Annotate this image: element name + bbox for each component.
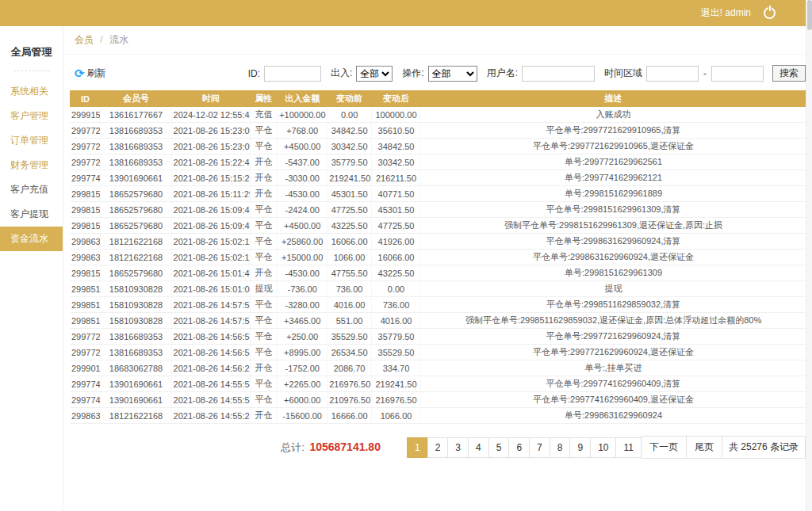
power-icon[interactable] bbox=[764, 7, 776, 19]
table-row: 299815186525796802021-08-26 15:01:49开仓-4… bbox=[70, 265, 806, 281]
table-row: 299815186525796802021-08-26 15:09:47平仓-2… bbox=[70, 202, 806, 218]
table-cell: 13816689353 bbox=[101, 345, 171, 360]
page-button[interactable]: 10 bbox=[590, 437, 616, 458]
table-cell: 43225.50 bbox=[327, 218, 372, 234]
table-cell: 13816689353 bbox=[101, 139, 171, 154]
table-row: 299772138166893532021-08-26 15:23:09平仓+7… bbox=[70, 123, 806, 139]
table-cell: 单号:2997741629962121 bbox=[421, 170, 806, 186]
toolbar: 刷新 ID: 出入: 全部 操作: 全部 用户名: 时间区域 - 搜索 bbox=[63, 55, 812, 90]
table-cell: 2021-08-26 15:23:09 bbox=[171, 139, 250, 154]
table-cell: 18652579680 bbox=[101, 218, 171, 234]
table-cell: 219241.50 bbox=[371, 376, 420, 392]
table-cell: 提现 bbox=[421, 281, 806, 297]
table-cell: 299774 bbox=[70, 170, 101, 186]
scrollbar-thumb[interactable] bbox=[807, 0, 812, 30]
table-cell: 2021-08-26 14:57:53 bbox=[171, 297, 250, 313]
refresh-button[interactable]: 刷新 bbox=[75, 67, 106, 80]
id-filter-input[interactable] bbox=[264, 66, 321, 82]
sidebar-item-deposit[interactable]: 客户充值 bbox=[0, 177, 63, 202]
table-row: 299863181216221682021-08-26 15:02:17平仓+1… bbox=[70, 250, 806, 265]
page-button[interactable]: 4 bbox=[468, 437, 489, 458]
table-cell: 15810930828 bbox=[101, 313, 171, 329]
table-cell: 13816689353 bbox=[101, 123, 171, 139]
page-button[interactable]: 7 bbox=[529, 437, 550, 458]
table-cell: 40771.50 bbox=[371, 186, 420, 202]
col-header-attr: 属性 bbox=[250, 90, 277, 107]
operation-select[interactable]: 全部 bbox=[428, 66, 477, 82]
table-cell: 30342.50 bbox=[371, 154, 420, 170]
total-summary: 总计: 105687141.80 bbox=[281, 440, 381, 455]
breadcrumb-parent[interactable]: 会员 bbox=[75, 34, 94, 45]
sidebar-item-withdraw[interactable]: 客户提现 bbox=[0, 202, 63, 227]
breadcrumb: 会员 / 流水 bbox=[63, 26, 812, 55]
table-cell: 2021-08-26 15:01:06 bbox=[171, 281, 250, 297]
total-value: 105687141.80 bbox=[309, 440, 381, 453]
table-cell: 34842.50 bbox=[327, 123, 372, 139]
table-cell: +100000.00 bbox=[278, 107, 327, 123]
sidebar-item-orders[interactable]: 订单管理 bbox=[0, 128, 63, 153]
table-cell: +250.00 bbox=[278, 329, 327, 345]
table-cell: 18683062788 bbox=[101, 360, 171, 376]
table-cell: 4016.00 bbox=[327, 297, 372, 313]
table-cell: 开仓 bbox=[250, 170, 277, 186]
sidebar-item-system[interactable]: 系统相关 bbox=[0, 79, 63, 104]
table-row: 299863181216221682021-08-26 14:55:24开仓-1… bbox=[70, 408, 806, 424]
table-cell: 299815 bbox=[70, 202, 101, 218]
table-cell: 47725.50 bbox=[327, 202, 372, 218]
table-cell: 299863 bbox=[70, 234, 101, 250]
sidebar-item-finance[interactable]: 财务管理 bbox=[0, 153, 63, 177]
table-cell: 736.00 bbox=[327, 281, 372, 297]
table-cell: +8995.00 bbox=[278, 345, 327, 360]
table-cell: 299815 bbox=[70, 265, 101, 281]
page-button[interactable]: 5 bbox=[488, 437, 510, 458]
page-button[interactable]: 3 bbox=[447, 437, 469, 458]
table-cell: 299915 bbox=[70, 107, 101, 123]
table-cell: 平仓单号:2998631629960924,退还保证金 bbox=[421, 250, 806, 265]
table-row: 299772138166893532021-08-26 15:23:09平仓+4… bbox=[70, 139, 806, 154]
page-button[interactable]: 9 bbox=[569, 437, 591, 458]
flow-table: ID 会员号 时间 属性 出入金额 变动前 变动后 描述 29991513616… bbox=[70, 90, 806, 424]
topbar: 退出! admin bbox=[0, 0, 812, 26]
table-cell: +15000.00 bbox=[278, 250, 327, 265]
table-cell: 平仓 bbox=[250, 202, 277, 218]
table-cell: +768.00 bbox=[278, 123, 327, 139]
page-button[interactable]: 2 bbox=[427, 437, 449, 458]
table-cell: +6000.00 bbox=[278, 392, 327, 408]
next-page-button[interactable]: 下一页 bbox=[641, 436, 687, 459]
table-cell: 18121622168 bbox=[101, 250, 171, 265]
inout-select[interactable]: 全部 bbox=[356, 66, 393, 82]
time-end-input[interactable] bbox=[711, 66, 764, 82]
time-range-separator: - bbox=[703, 68, 707, 79]
sidebar-item-flow[interactable]: 资金流水 bbox=[0, 227, 63, 251]
table-cell: 平仓单号:2997721629910965,清算 bbox=[421, 123, 806, 139]
page-number-group: 1234567891011 bbox=[408, 437, 642, 458]
sidebar-title: 全局管理 bbox=[0, 26, 63, 71]
vertical-scrollbar[interactable] bbox=[806, 0, 812, 511]
id-filter-label: ID: bbox=[248, 68, 260, 79]
table-cell: 2021-08-26 15:02:17 bbox=[171, 234, 250, 250]
table-cell: 平仓 bbox=[250, 218, 277, 234]
table-cell: -3030.00 bbox=[278, 170, 327, 186]
table-cell: 平仓 bbox=[250, 313, 277, 329]
table-cell: 299774 bbox=[70, 376, 101, 392]
search-button[interactable]: 搜索 bbox=[772, 65, 806, 82]
table-cell: -15600.00 bbox=[278, 408, 327, 424]
table-cell: -2424.00 bbox=[278, 202, 327, 218]
page-button[interactable]: 1 bbox=[407, 437, 428, 458]
page-button[interactable]: 11 bbox=[615, 437, 641, 458]
table-cell: 30342.50 bbox=[327, 139, 372, 154]
table-cell: 216976.50 bbox=[327, 376, 372, 392]
page-button[interactable]: 8 bbox=[550, 437, 571, 458]
table-cell: 单号:2998631629960924 bbox=[421, 408, 806, 424]
username-filter-input[interactable] bbox=[522, 66, 595, 82]
table-cell: 平仓单号:2998511629859032,清算 bbox=[421, 297, 806, 313]
page-button[interactable]: 6 bbox=[508, 437, 530, 458]
table-cell: +2265.00 bbox=[278, 376, 327, 392]
sidebar-item-customer[interactable]: 客户管理 bbox=[0, 104, 63, 128]
time-start-input[interactable] bbox=[646, 66, 699, 82]
table-cell: -3280.00 bbox=[278, 297, 327, 313]
table-cell: 单号:2998151629961889 bbox=[421, 186, 806, 202]
logout-link[interactable]: 退出! admin bbox=[701, 6, 751, 20]
last-page-button[interactable]: 尾页 bbox=[686, 436, 722, 459]
table-row: 299815186525796802021-08-26 15:11:29开仓-4… bbox=[70, 186, 806, 202]
